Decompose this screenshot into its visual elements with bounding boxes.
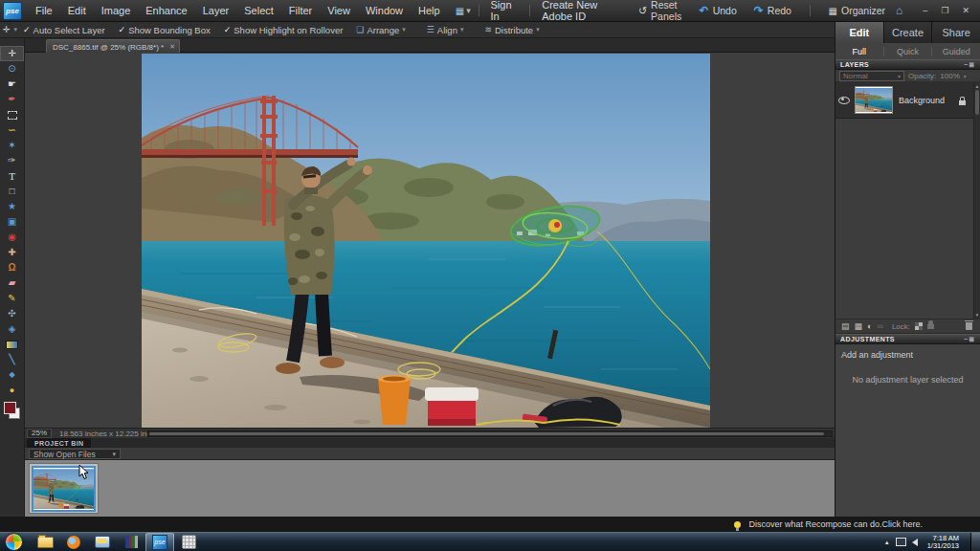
tab-create[interactable]: Create [884, 22, 933, 43]
opacity-value[interactable]: 100% [940, 72, 959, 80]
sign-in-link[interactable]: Sign In [487, 0, 523, 22]
delete-layer-icon[interactable] [966, 322, 972, 330]
cookie-cutter-tool[interactable]: ★ [0, 199, 24, 214]
taskbar-clock[interactable]: 7:18 AM 1/31/2013 [924, 535, 965, 550]
magic-wand-tool[interactable]: ✶ [0, 138, 24, 153]
scroll-down-icon[interactable]: ▼ [974, 312, 980, 318]
menu-select[interactable]: Select [236, 0, 281, 21]
adjustments-panel-header[interactable]: ADJUSTMENTS −≣ [835, 334, 980, 344]
show-desktop-button[interactable] [970, 533, 980, 551]
scrollbar-thumb[interactable] [149, 432, 824, 435]
network-icon[interactable] [896, 538, 906, 546]
new-adjustment-layer-icon[interactable]: ◐ [867, 322, 872, 331]
menu-window[interactable]: Window [358, 0, 411, 21]
panel-menu-icon[interactable]: −≣ [964, 61, 975, 69]
smart-brush-tool[interactable]: ✣ [0, 306, 24, 321]
align-dropdown[interactable]: ☰ Align ▾ [427, 25, 470, 35]
taskbar-media-button[interactable] [88, 533, 117, 551]
auto-select-layer-checkbox[interactable]: ✓ Auto Select Layer [23, 25, 105, 35]
recompose-tool[interactable]: ▣ [0, 214, 24, 230]
layer-thumbnail[interactable] [855, 86, 893, 114]
taskbar-library-button[interactable] [117, 533, 145, 551]
tab-edit[interactable]: Edit [835, 22, 884, 43]
sponge-tool[interactable]: ● [0, 383, 24, 398]
lock-all-icon[interactable] [927, 324, 934, 329]
layer-row-background[interactable]: Background [835, 82, 973, 119]
shape-tool[interactable]: ╲ [0, 352, 24, 367]
start-button[interactable] [5, 533, 23, 551]
menu-enhance[interactable]: Enhance [138, 0, 194, 21]
new-group-icon[interactable]: ▦ [855, 322, 863, 331]
gradient-tool[interactable] [0, 337, 24, 352]
create-adobe-id-link[interactable]: Create New Adobe ID [538, 0, 632, 22]
home-icon[interactable]: ⌂ [896, 4, 902, 17]
crop-tool[interactable]: □ [0, 184, 24, 199]
zoom-tool[interactable]: ⊙ [0, 61, 24, 77]
blend-mode-select[interactable]: Normal ▾ [839, 71, 904, 81]
recompose-notification[interactable]: Discover what Recompose can do.Click her… [748, 519, 923, 529]
lasso-tool[interactable]: ∽ [0, 122, 24, 138]
menu-view[interactable]: View [320, 0, 358, 21]
restore-button[interactable]: ❐ [934, 1, 955, 20]
document-tab[interactable]: DSC_8865.tif @ 25% (RGB/8*) * ✕ [46, 39, 180, 54]
hand-tool[interactable]: ☛ [0, 77, 24, 92]
selection-brush-tool[interactable]: ✑ [0, 153, 24, 168]
eraser-tool[interactable]: ▰ [0, 276, 24, 291]
menu-help[interactable]: Help [411, 0, 448, 21]
spot-healing-brush-tool[interactable]: ✚ [0, 245, 24, 260]
bin-filter-dropdown[interactable]: Show Open Files ▾ [29, 449, 121, 459]
taskbar-photoshop-elements-button[interactable]: pse [145, 533, 174, 551]
mode-guided[interactable]: Guided [932, 47, 980, 56]
organizer-button[interactable]: ▦ Organizer [822, 5, 893, 16]
workspace-switcher[interactable]: ▦ ▾ [456, 6, 471, 16]
foreground-color-swatch[interactable] [4, 402, 16, 414]
clone-stamp-tool[interactable]: Ω [0, 260, 24, 276]
menu-file[interactable]: File [28, 0, 60, 21]
minimize-button[interactable]: – [916, 1, 934, 20]
canvas-area[interactable] [25, 53, 835, 428]
scrollbar-thumb[interactable] [975, 90, 979, 115]
menu-edit[interactable]: Edit [60, 0, 94, 21]
scroll-up-icon[interactable]: ▲ [974, 83, 980, 89]
close-button[interactable]: ✕ [955, 1, 976, 20]
zoom-level[interactable]: 25% [27, 429, 52, 438]
layer-name[interactable]: Background [899, 96, 945, 105]
open-photo[interactable] [142, 54, 710, 428]
color-swatches[interactable] [4, 402, 20, 419]
blur-tool[interactable]: ◆ [0, 367, 24, 383]
menu-filter[interactable]: Filter [281, 0, 320, 21]
menu-image[interactable]: Image [94, 0, 139, 21]
tab-share[interactable]: Share [932, 22, 980, 43]
mode-quick[interactable]: Quick [884, 47, 933, 56]
red-eye-removal-tool[interactable]: ◉ [0, 230, 24, 245]
taskbar-explorer-button[interactable] [31, 533, 59, 551]
type-tool[interactable]: T [0, 168, 24, 184]
horizontal-scrollbar[interactable] [147, 430, 833, 437]
show-highlight-on-rollover-checkbox[interactable]: ✓ Show Highlight on Rollover [224, 25, 344, 35]
panel-menu-icon[interactable]: −≣ [964, 336, 975, 343]
move-tool[interactable]: ✛ [0, 46, 24, 61]
pencil-tool[interactable]: ✎ [0, 291, 24, 306]
caret-down-icon[interactable]: ▾ [964, 73, 967, 79]
layer-visibility-toggle[interactable] [835, 97, 852, 104]
show-hidden-icons[interactable]: ▲ [884, 540, 890, 545]
lock-transparency-icon[interactable] [915, 322, 923, 330]
redo-button[interactable]: ↷ Redo [747, 4, 798, 17]
mode-full[interactable]: Full [835, 47, 884, 56]
eyedropper-tool[interactable]: ✒ [0, 92, 24, 107]
undo-button[interactable]: ↶ Undo [693, 4, 744, 17]
reset-panels-button[interactable]: ↺ Reset Panels [632, 0, 689, 22]
layers-panel-header[interactable]: LAYERS −≣ [835, 59, 980, 70]
show-bounding-box-checkbox[interactable]: ✓ Show Bounding Box [119, 25, 211, 35]
layers-scrollbar[interactable]: ▲ ▼ [973, 82, 980, 319]
paint-bucket-tool[interactable]: ◈ [0, 321, 24, 337]
taskbar-organizer-button[interactable] [174, 533, 203, 551]
close-document-icon[interactable]: ✕ [169, 43, 175, 50]
new-layer-icon[interactable]: ▤ [841, 322, 850, 331]
caret-down-icon[interactable]: ▾ [14, 26, 18, 33]
project-bin-tab[interactable]: PROJECT BIN [27, 438, 91, 448]
arrange-dropdown[interactable]: ❏ Arrange ▾ [356, 25, 411, 35]
add-adjustment-label[interactable]: Add an adjustment [835, 344, 980, 360]
link-layers-icon[interactable]: ∞ [877, 322, 882, 331]
taskbar-firefox-button[interactable] [59, 533, 88, 551]
